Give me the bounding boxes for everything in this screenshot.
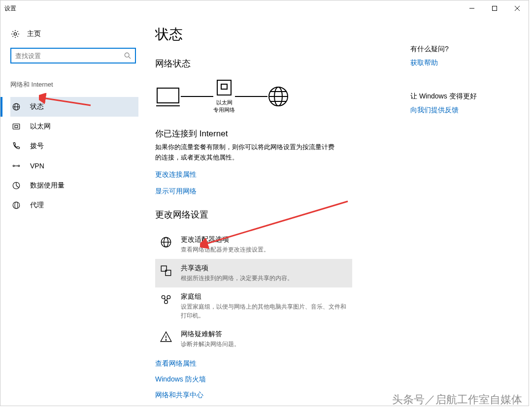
sidebar-item-label: 数据使用量 <box>30 181 65 190</box>
sharing-icon <box>159 264 173 278</box>
svg-point-13 <box>18 165 20 167</box>
network-sharing-center-link[interactable]: 网络和共享中心 <box>155 391 396 400</box>
adapter-icon <box>159 235 173 249</box>
network-diagram: 以太网 专用网络 <box>155 79 396 114</box>
svg-rect-1 <box>493 6 497 11</box>
titlebar: 设置 <box>0 0 529 16</box>
help-heading: 有什么疑问? <box>410 45 519 54</box>
sidebar-item-label: 以太网 <box>30 122 51 131</box>
option-title: 更改适配器选项 <box>181 235 269 244</box>
proxy-icon <box>11 200 21 210</box>
option-title: 家庭组 <box>181 292 348 301</box>
svg-line-34 <box>166 298 167 300</box>
sidebar-item-label: 代理 <box>30 201 44 210</box>
option-description: 诊断并解决网络问题。 <box>181 340 240 349</box>
search-input[interactable] <box>15 52 124 60</box>
svg-point-17 <box>15 202 18 209</box>
window-title: 设置 <box>4 4 461 13</box>
ethernet-adapter-icon: 以太网 专用网络 <box>213 79 235 114</box>
homegroup-icon <box>159 292 173 306</box>
show-available-networks-link[interactable]: 显示可用网络 <box>155 187 396 196</box>
network-status-heading: 网络状态 <box>155 58 396 69</box>
data-usage-icon <box>11 181 21 190</box>
svg-line-6 <box>129 57 131 59</box>
vpn-icon <box>11 161 21 171</box>
svg-line-33 <box>165 298 166 300</box>
help-sidebar: 有什么疑问? 获取帮助 让 Windows 变得更好 向我们提供反馈 <box>410 16 529 406</box>
connected-heading: 你已连接到 Internet <box>155 128 396 139</box>
svg-rect-10 <box>13 124 20 129</box>
change-network-settings-heading: 更改网络设置 <box>155 209 396 221</box>
diagram-line <box>181 96 213 97</box>
give-feedback-link[interactable]: 向我们提供反馈 <box>410 106 519 115</box>
home-label: 主页 <box>27 30 41 38</box>
content: 主页 网络和 Internet 状态 <box>0 16 529 406</box>
option-title: 网络疑难解答 <box>181 330 240 339</box>
sidebar-item-vpn[interactable]: VPN <box>10 156 138 176</box>
sidebar-item-label: 状态 <box>30 102 44 111</box>
sharing-options[interactable]: 共享选项 根据所连接到的网络，决定要共享的内容。 <box>155 259 352 287</box>
option-description: 根据所连接到的网络，决定要共享的内容。 <box>181 274 293 283</box>
svg-point-4 <box>14 32 16 35</box>
ethernet-icon <box>11 122 21 131</box>
network-troubleshooter[interactable]: 网络疑难解答 诊断并解决网络问题。 <box>155 325 352 353</box>
svg-rect-20 <box>217 80 231 95</box>
svg-point-16 <box>13 202 20 209</box>
sidebar-item-dialup[interactable]: 拨号 <box>10 136 138 156</box>
svg-point-5 <box>125 53 129 57</box>
change-connection-properties-link[interactable]: 更改连接属性 <box>155 170 396 179</box>
search-box[interactable] <box>10 48 136 63</box>
windows-firewall-link[interactable]: Windows 防火墙 <box>155 375 396 384</box>
view-network-properties-link[interactable]: 查看网络属性 <box>155 359 396 368</box>
svg-rect-11 <box>15 126 18 128</box>
main-content: 状态 网络状态 以太网 专用网络 <box>138 16 410 406</box>
sidebar-item-status[interactable]: 状态 <box>10 97 138 117</box>
sidebar-item-ethernet[interactable]: 以太网 <box>10 117 138 136</box>
warning-icon <box>159 330 173 344</box>
option-description: 设置家庭组，以便与网络上的其他电脑共享图片、音乐、文件和打印机。 <box>181 302 348 320</box>
svg-point-36 <box>166 340 166 341</box>
svg-point-12 <box>13 165 14 167</box>
internet-globe-icon <box>267 86 289 107</box>
connected-description: 如果你的流量套餐有限制，则你可以将此网络设置为按流量计费的连接，或者更改其他属性… <box>155 142 337 163</box>
sidebar-item-label: VPN <box>30 162 44 170</box>
minimize-button[interactable] <box>461 0 483 16</box>
option-title: 共享选项 <box>181 264 293 273</box>
gear-icon <box>10 29 20 39</box>
page-title: 状态 <box>155 25 396 44</box>
search-icon <box>124 52 131 59</box>
close-button[interactable] <box>506 0 529 16</box>
watermark-text: 头条号／启航工作室自媒体 <box>392 392 522 407</box>
feedback-heading: 让 Windows 变得更好 <box>410 92 519 101</box>
maximize-button[interactable] <box>483 0 506 16</box>
svg-rect-21 <box>221 84 227 89</box>
option-description: 查看网络适配器并更改连接设置。 <box>181 245 269 254</box>
home-button[interactable]: 主页 <box>10 29 138 39</box>
computer-icon <box>155 86 181 107</box>
sidebar: 主页 网络和 Internet 状态 <box>0 16 138 406</box>
sidebar-item-label: 拨号 <box>30 142 44 151</box>
homegroup-option[interactable]: 家庭组 设置家庭组，以便与网络上的其他电脑共享图片、音乐、文件和打印机。 <box>155 287 352 325</box>
get-help-link[interactable]: 获取帮助 <box>410 59 519 67</box>
ethernet-label: 以太网 专用网络 <box>213 99 235 114</box>
sidebar-item-proxy[interactable]: 代理 <box>10 195 138 215</box>
change-adapter-options[interactable]: 更改适配器选项 查看网络适配器并更改连接设置。 <box>155 230 352 259</box>
settings-window: 设置 主页 <box>0 0 529 406</box>
globe-icon <box>11 102 21 112</box>
phone-icon <box>11 141 21 151</box>
window-controls <box>461 0 529 16</box>
svg-point-32 <box>165 301 168 304</box>
diagram-line <box>235 96 267 97</box>
sidebar-section-title: 网络和 Internet <box>10 80 138 89</box>
sidebar-item-data-usage[interactable]: 数据使用量 <box>10 176 138 195</box>
svg-rect-18 <box>157 88 179 103</box>
